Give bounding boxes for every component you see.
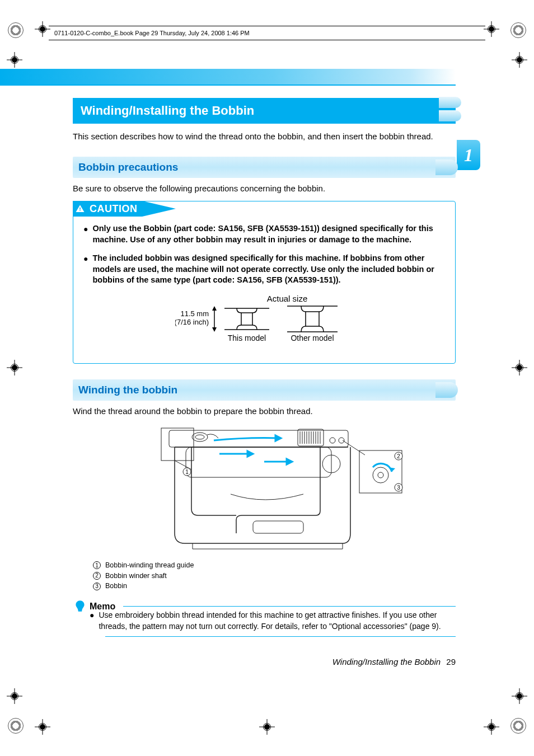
crossmark-br2	[513, 689, 526, 703]
section1-body: Be sure to observe the following precaut…	[73, 184, 456, 193]
footer-pagenum: 29	[446, 657, 456, 666]
callout-1-text: Bobbin-winding thread guide	[105, 560, 194, 571]
svg-marker-42	[388, 467, 395, 472]
regmark-br	[510, 718, 526, 734]
chapter-tab: 1	[457, 140, 480, 170]
callout-3-text: Bobbin	[105, 581, 127, 591]
footer-title: Winding/Installing the Bobbin	[332, 657, 441, 666]
crossmark-tl	[36, 22, 49, 36]
header-band	[0, 69, 456, 86]
memo-icon	[73, 599, 87, 614]
svg-marker-4	[212, 327, 217, 332]
crossmark-tr	[485, 22, 498, 36]
section1-label: Bobbin precautions	[78, 161, 178, 173]
print-header: 0711-0120-C-combo_E.book Page 29 Thursda…	[49, 26, 485, 40]
svg-rect-47	[253, 521, 303, 533]
crossmark-mr	[513, 53, 526, 67]
regmark-bl	[8, 718, 24, 734]
callout-1: 1Bobbin-winding thread guide	[93, 560, 456, 571]
crossmark-cr	[513, 361, 526, 374]
crossmark-bc	[260, 720, 274, 734]
caution-item-2-text: The included bobbin was designed specifi…	[92, 253, 446, 286]
bullet-icon: ●	[83, 253, 88, 286]
section-bobbin-precautions: Bobbin precautions	[73, 157, 456, 178]
diagram-this-model: This model	[228, 334, 266, 342]
svg-point-41	[378, 472, 383, 478]
title-decor	[428, 100, 461, 121]
intro-text: This section describes how to wind the t…	[73, 132, 456, 141]
crossmark-bl2	[8, 689, 21, 703]
svg-rect-1	[79, 210, 81, 211]
svg-text:1: 1	[185, 469, 189, 475]
regmark-tr	[510, 22, 526, 38]
svg-point-36	[330, 438, 335, 443]
svg-rect-21	[161, 428, 194, 461]
bullet-icon: ●	[90, 610, 94, 632]
svg-rect-25	[298, 429, 324, 446]
memo-text: Use embroidery bobbin thread intended fo…	[99, 610, 456, 632]
svg-rect-0	[79, 208, 81, 210]
svg-line-39	[343, 440, 365, 455]
svg-text:3: 3	[397, 485, 400, 491]
svg-marker-18	[275, 435, 281, 441]
svg-text:2: 2	[397, 453, 400, 459]
crossmark-bl3	[36, 720, 49, 734]
svg-point-17	[195, 435, 204, 439]
svg-rect-14	[186, 447, 331, 477]
memo-label: Memo	[90, 602, 121, 612]
callout-legend: 1Bobbin-winding thread guide 2Bobbin win…	[93, 560, 456, 591]
crossmark-br3	[485, 720, 498, 734]
crossmark-cl	[8, 361, 21, 374]
crossmark-ml	[8, 53, 21, 67]
svg-marker-19	[247, 451, 253, 457]
diagram-mm: 11.5 mm	[180, 309, 209, 318]
svg-marker-20	[287, 459, 292, 464]
section2-label: Winding the bobbin	[78, 384, 177, 396]
section-winding-bobbin: Winding the bobbin	[73, 379, 456, 401]
callout-2: 2Bobbin winder shaft	[93, 571, 456, 581]
bullet-icon: ●	[83, 223, 88, 245]
caution-box: CAUTION ● Only use the Bobbin (part code…	[73, 201, 456, 364]
svg-point-16	[192, 433, 208, 442]
callout-2-text: Bobbin winder shaft	[105, 571, 167, 581]
diagram-in: (7/16 inch)	[175, 318, 209, 326]
caution-item-1: ● Only use the Bobbin (part code: SA156,…	[83, 223, 446, 245]
machine-diagram: 1	[73, 421, 456, 556]
caution-item-2: ● The included bobbin was designed speci…	[83, 253, 446, 286]
caution-item-1-text: Only use the Bobbin (part code: SA156, S…	[92, 223, 446, 245]
section2-body: Wind the thread around the bobbin to pre…	[73, 406, 456, 416]
callout-3: 3Bobbin	[93, 581, 456, 591]
memo-section: Memo ● Use embroidery bobbin thread inte…	[73, 602, 456, 637]
warning-icon	[73, 201, 87, 217]
svg-marker-3	[212, 306, 217, 311]
page-title: Winding/Installing the Bobbin	[73, 98, 456, 124]
diagram-other-model: Other model	[291, 334, 334, 342]
bobbin-size-diagram: Actual size 11.5 mm (7/16 inch)	[83, 294, 446, 350]
page-title-text: Winding/Installing the Bobbin	[81, 104, 254, 118]
svg-point-40	[373, 467, 388, 483]
page-footer: Winding/Installing the Bobbin 29	[73, 657, 456, 666]
regmark-tl	[8, 22, 24, 38]
caution-label: CAUTION	[87, 201, 142, 217]
diagram-title: Actual size	[267, 294, 308, 303]
svg-point-37	[339, 438, 344, 443]
